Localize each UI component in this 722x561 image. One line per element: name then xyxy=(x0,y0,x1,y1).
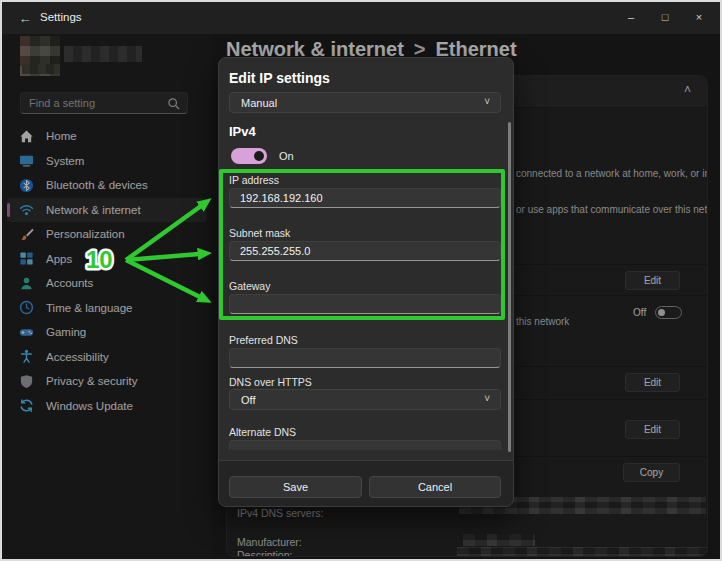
alternate-dns-label: Alternate DNS xyxy=(229,426,296,438)
close-button[interactable]: × xyxy=(682,2,716,32)
back-button[interactable]: ← xyxy=(12,7,38,29)
ipv4-toggle[interactable] xyxy=(231,148,267,164)
toggle-knob xyxy=(254,151,264,161)
annotation-highlight-box xyxy=(219,169,505,320)
close-icon: × xyxy=(696,11,702,23)
maximize-button[interactable]: □ xyxy=(648,2,682,32)
save-button[interactable]: Save xyxy=(229,476,362,498)
preferred-dns-label: Preferred DNS xyxy=(229,334,298,346)
ip-assignment-select[interactable]: Manual ˅ xyxy=(229,92,501,113)
window-controls: – □ × xyxy=(614,2,716,32)
dialog-footer: Save Cancel xyxy=(219,460,513,506)
dialog-scrollbar[interactable] xyxy=(508,122,511,452)
settings-window: ← Settings – □ × Home Syste xyxy=(0,0,722,561)
minimize-button[interactable]: – xyxy=(614,2,648,32)
window-title: Settings xyxy=(40,11,82,23)
dialog-title: Edit IP settings xyxy=(229,70,330,86)
titlebar: ← Settings – □ × xyxy=(2,2,720,34)
minimize-icon: – xyxy=(628,11,634,23)
ip-assignment-value: Manual xyxy=(241,97,277,109)
dns-over-https-value: Off xyxy=(241,394,255,406)
dns-over-https-select[interactable]: Off ˅ xyxy=(229,389,501,410)
ipv4-heading: IPv4 xyxy=(229,124,256,139)
chevron-down-icon: ˅ xyxy=(484,96,490,107)
preferred-dns-field[interactable] xyxy=(229,348,501,368)
maximize-icon: □ xyxy=(662,11,669,23)
alternate-dns-field[interactable] xyxy=(229,440,501,450)
ipv4-toggle-state: On xyxy=(279,150,294,162)
chevron-down-icon: ˅ xyxy=(484,393,490,404)
cancel-button[interactable]: Cancel xyxy=(369,476,501,498)
dns-over-https-label: DNS over HTTPS xyxy=(229,376,312,388)
back-icon: ← xyxy=(19,11,32,26)
